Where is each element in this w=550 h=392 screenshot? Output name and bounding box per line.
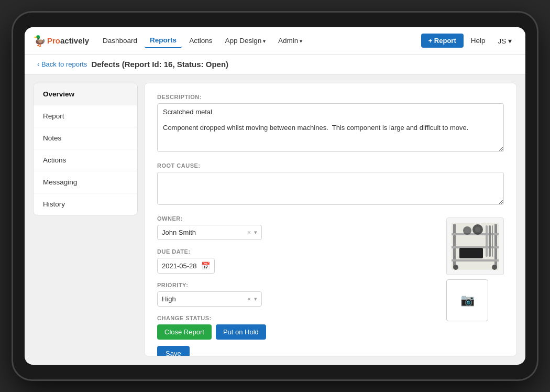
- due-date-label: DUE DATE:: [157, 248, 436, 255]
- sidebar-item-notes[interactable]: Notes: [34, 127, 137, 149]
- add-photo-button[interactable]: 📷: [446, 279, 488, 321]
- sidebar-item-report[interactable]: Report: [34, 105, 137, 127]
- owner-group: OWNER: John Smith × ▾: [157, 215, 436, 240]
- change-status-group: CHANGE STATUS: Close Report Put on Hold …: [157, 315, 436, 356]
- svg-point-6: [453, 265, 458, 270]
- calendar-icon[interactable]: 📅: [201, 262, 210, 270]
- owner-value: John Smith: [162, 228, 244, 236]
- sidebar-item-overview[interactable]: Overview: [34, 83, 137, 105]
- svg-rect-12: [459, 248, 483, 258]
- close-report-button[interactable]: Close Report: [157, 324, 212, 340]
- sidebar-item-actions[interactable]: Actions: [34, 149, 137, 171]
- svg-rect-13: [486, 225, 488, 257]
- priority-clear-icon[interactable]: ×: [247, 296, 251, 303]
- nav-user[interactable]: JS ▾: [492, 34, 517, 48]
- shelf-image-svg: [449, 220, 501, 273]
- logo-text: Proactively: [47, 36, 89, 45]
- description-label: DESCRIPTION:: [157, 94, 504, 100]
- camera-icon: 📷: [460, 293, 475, 307]
- logo-icon: 🦆: [33, 35, 46, 47]
- priority-label: PRIORITY:: [157, 282, 436, 288]
- logo[interactable]: 🦆 Proactively: [33, 35, 89, 47]
- owner-label: OWNER:: [157, 215, 436, 222]
- root-cause-group: ROOT CAUSE:: [157, 162, 504, 207]
- navbar: 🦆 Proactively Dashboard Reports Actions …: [25, 27, 525, 55]
- svg-rect-14: [489, 225, 491, 257]
- tablet-frame: 🦆 Proactively Dashboard Reports Actions …: [13, 13, 537, 379]
- svg-point-9: [465, 228, 469, 233]
- due-date-group: DUE DATE: 2021-05-28 📅: [157, 248, 436, 274]
- priority-group: PRIORITY: High × ▾: [157, 282, 436, 307]
- back-to-reports-link[interactable]: ‹ Back to reports: [37, 60, 87, 68]
- description-textarea[interactable]: Scratched metal Component dropped whilst…: [157, 103, 504, 152]
- priority-arrow-icon[interactable]: ▾: [254, 296, 257, 302]
- due-date-value: 2021-05-28: [162, 262, 197, 270]
- nav-dashboard[interactable]: Dashboard: [97, 34, 142, 48]
- change-status-label: CHANGE STATUS:: [157, 315, 436, 321]
- owner-arrow-icon[interactable]: ▾: [254, 229, 257, 236]
- due-date-input[interactable]: 2021-05-28 📅: [157, 258, 215, 274]
- save-button[interactable]: Save: [157, 346, 190, 356]
- nav-appdesign[interactable]: App Design: [219, 34, 271, 48]
- main-content: Overview Report Notes Actions Messaging …: [25, 74, 525, 365]
- nav-help[interactable]: Help: [466, 34, 491, 48]
- svg-point-11: [475, 227, 480, 232]
- sidebar-item-history[interactable]: History: [34, 193, 137, 215]
- put-on-hold-button[interactable]: Put on Hold: [216, 324, 266, 340]
- priority-value: High: [162, 295, 244, 303]
- svg-point-7: [492, 265, 497, 270]
- priority-select[interactable]: High × ▾: [157, 291, 262, 307]
- owner-select[interactable]: John Smith × ▾: [157, 225, 262, 240]
- nav-admin[interactable]: Admin: [273, 34, 307, 48]
- svg-rect-15: [492, 225, 493, 257]
- page-title: Defects (Report Id: 16, Status: Open): [91, 60, 228, 69]
- image-thumbnail[interactable]: [446, 217, 504, 275]
- form-area: DESCRIPTION: Scratched metal Component d…: [144, 83, 517, 356]
- screen: 🦆 Proactively Dashboard Reports Actions …: [25, 27, 525, 365]
- root-cause-textarea[interactable]: [157, 172, 504, 205]
- svg-rect-5: [452, 259, 499, 262]
- nav-actions[interactable]: Actions: [184, 34, 217, 48]
- add-report-button[interactable]: + Report: [421, 34, 464, 48]
- breadcrumb-bar: ‹ Back to reports Defects (Report Id: 16…: [25, 55, 525, 74]
- nav-reports[interactable]: Reports: [145, 33, 182, 48]
- description-group: DESCRIPTION: Scratched metal Component d…: [157, 94, 504, 154]
- status-buttons: Close Report Put on Hold: [157, 324, 436, 340]
- sidebar: Overview Report Notes Actions Messaging …: [33, 83, 138, 215]
- root-cause-label: ROOT CAUSE:: [157, 162, 504, 169]
- sidebar-item-messaging[interactable]: Messaging: [34, 171, 137, 193]
- owner-clear-icon[interactable]: ×: [247, 229, 251, 236]
